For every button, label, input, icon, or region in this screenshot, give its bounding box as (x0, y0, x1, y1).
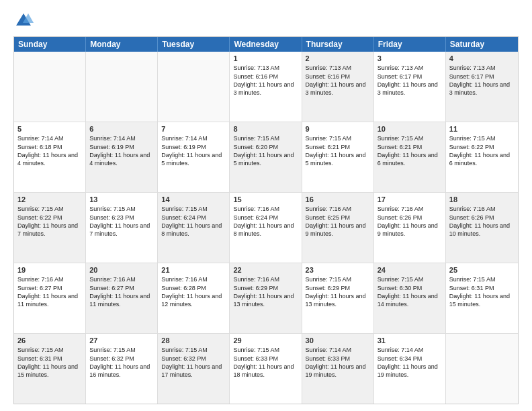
week-row-0: 1Sunrise: 7:13 AM Sunset: 6:16 PM Daylig… (14, 52, 518, 122)
empty-cell-0-1 (86, 52, 158, 122)
day-number: 29 (233, 336, 298, 345)
day-number: 22 (233, 265, 298, 275)
day-cell-3: 3Sunrise: 7:13 AM Sunset: 6:17 PM Daylig… (374, 52, 446, 122)
day-info: Sunrise: 7:15 AM Sunset: 6:32 PM Dayligh… (89, 347, 152, 378)
day-cell-23: 23Sunrise: 7:15 AM Sunset: 6:29 PM Dayli… (302, 263, 374, 333)
day-cell-10: 10Sunrise: 7:15 AM Sunset: 6:21 PM Dayli… (374, 122, 446, 192)
day-cell-12: 12Sunrise: 7:15 AM Sunset: 6:22 PM Dayli… (14, 193, 86, 263)
day-number: 10 (378, 124, 442, 134)
day-number: 12 (17, 195, 82, 204)
day-info: Sunrise: 7:15 AM Sunset: 6:21 PM Dayligh… (306, 135, 368, 167)
day-number: 5 (17, 124, 82, 134)
day-info: Sunrise: 7:15 AM Sunset: 6:23 PM Dayligh… (89, 205, 152, 237)
day-number: 9 (306, 124, 370, 134)
calendar-header: SundayMondayTuesdayWednesdayThursdayFrid… (14, 37, 518, 52)
header-day-tuesday: Tuesday (158, 37, 230, 52)
day-cell-27: 27Sunrise: 7:15 AM Sunset: 6:32 PM Dayli… (86, 334, 158, 404)
header-day-saturday: Saturday (446, 37, 518, 52)
day-info: Sunrise: 7:16 AM Sunset: 6:27 PM Dayligh… (17, 276, 80, 308)
day-number: 24 (378, 265, 442, 275)
day-cell-4: 4Sunrise: 7:13 AM Sunset: 6:17 PM Daylig… (446, 52, 518, 122)
day-number: 7 (161, 124, 226, 134)
day-info: Sunrise: 7:15 AM Sunset: 6:20 PM Dayligh… (233, 135, 296, 167)
day-info: Sunrise: 7:15 AM Sunset: 6:33 PM Dayligh… (233, 347, 296, 378)
calendar-body: 1Sunrise: 7:13 AM Sunset: 6:16 PM Daylig… (14, 52, 518, 404)
week-row-3: 19Sunrise: 7:16 AM Sunset: 6:27 PM Dayli… (14, 263, 518, 333)
day-cell-9: 9Sunrise: 7:15 AM Sunset: 6:21 PM Daylig… (302, 122, 374, 192)
day-cell-19: 19Sunrise: 7:16 AM Sunset: 6:27 PM Dayli… (14, 263, 86, 333)
day-cell-21: 21Sunrise: 7:16 AM Sunset: 6:28 PM Dayli… (158, 263, 230, 333)
week-row-4: 26Sunrise: 7:15 AM Sunset: 6:31 PM Dayli… (14, 333, 518, 404)
day-cell-11: 11Sunrise: 7:15 AM Sunset: 6:22 PM Dayli… (446, 122, 518, 192)
header-day-thursday: Thursday (302, 37, 374, 52)
day-number: 20 (89, 265, 154, 275)
day-info: Sunrise: 7:15 AM Sunset: 6:29 PM Dayligh… (306, 276, 368, 308)
day-cell-14: 14Sunrise: 7:15 AM Sunset: 6:24 PM Dayli… (158, 193, 230, 263)
day-info: Sunrise: 7:14 AM Sunset: 6:19 PM Dayligh… (89, 135, 152, 167)
day-info: Sunrise: 7:15 AM Sunset: 6:24 PM Dayligh… (161, 205, 224, 237)
day-cell-24: 24Sunrise: 7:15 AM Sunset: 6:30 PM Dayli… (374, 263, 446, 333)
day-info: Sunrise: 7:13 AM Sunset: 6:16 PM Dayligh… (306, 64, 368, 96)
day-info: Sunrise: 7:13 AM Sunset: 6:17 PM Dayligh… (378, 64, 440, 96)
day-info: Sunrise: 7:15 AM Sunset: 6:21 PM Dayligh… (378, 135, 440, 167)
day-info: Sunrise: 7:15 AM Sunset: 6:31 PM Dayligh… (449, 276, 512, 308)
day-info: Sunrise: 7:15 AM Sunset: 6:31 PM Dayligh… (17, 347, 80, 378)
day-number: 6 (89, 124, 154, 134)
day-cell-5: 5Sunrise: 7:14 AM Sunset: 6:18 PM Daylig… (14, 122, 86, 192)
day-number: 2 (306, 54, 370, 63)
day-info: Sunrise: 7:16 AM Sunset: 6:24 PM Dayligh… (233, 205, 296, 237)
header-day-sunday: Sunday (14, 37, 86, 52)
day-info: Sunrise: 7:15 AM Sunset: 6:32 PM Dayligh… (161, 347, 224, 378)
day-number: 25 (449, 265, 515, 275)
day-number: 16 (306, 195, 370, 204)
day-number: 15 (233, 195, 298, 204)
header-day-wednesday: Wednesday (230, 37, 302, 52)
day-cell-6: 6Sunrise: 7:14 AM Sunset: 6:19 PM Daylig… (86, 122, 158, 192)
day-number: 3 (378, 54, 442, 63)
header (13, 11, 519, 31)
day-cell-26: 26Sunrise: 7:15 AM Sunset: 6:31 PM Dayli… (14, 334, 86, 404)
day-cell-29: 29Sunrise: 7:15 AM Sunset: 6:33 PM Dayli… (230, 334, 302, 404)
day-number: 21 (161, 265, 226, 275)
day-number: 18 (449, 195, 515, 204)
header-day-friday: Friday (374, 37, 446, 52)
day-number: 4 (449, 54, 515, 63)
header-day-monday: Monday (86, 37, 158, 52)
day-info: Sunrise: 7:14 AM Sunset: 6:18 PM Dayligh… (17, 135, 80, 167)
day-cell-7: 7Sunrise: 7:14 AM Sunset: 6:19 PM Daylig… (158, 122, 230, 192)
logo-icon (13, 11, 34, 31)
day-cell-13: 13Sunrise: 7:15 AM Sunset: 6:23 PM Dayli… (86, 193, 158, 263)
day-cell-15: 15Sunrise: 7:16 AM Sunset: 6:24 PM Dayli… (230, 193, 302, 263)
day-info: Sunrise: 7:13 AM Sunset: 6:16 PM Dayligh… (233, 64, 296, 96)
page: SundayMondayTuesdayWednesdayThursdayFrid… (0, 0, 532, 411)
day-cell-28: 28Sunrise: 7:15 AM Sunset: 6:32 PM Dayli… (158, 334, 230, 404)
day-info: Sunrise: 7:14 AM Sunset: 6:34 PM Dayligh… (378, 347, 440, 378)
day-number: 13 (89, 195, 154, 204)
week-row-2: 12Sunrise: 7:15 AM Sunset: 6:22 PM Dayli… (14, 192, 518, 263)
day-info: Sunrise: 7:16 AM Sunset: 6:26 PM Dayligh… (449, 205, 512, 237)
day-info: Sunrise: 7:13 AM Sunset: 6:17 PM Dayligh… (449, 64, 512, 96)
empty-cell-0-0 (14, 52, 86, 122)
day-number: 26 (17, 336, 82, 345)
day-cell-1: 1Sunrise: 7:13 AM Sunset: 6:16 PM Daylig… (230, 52, 302, 122)
day-cell-17: 17Sunrise: 7:16 AM Sunset: 6:26 PM Dayli… (374, 193, 446, 263)
logo (13, 11, 36, 31)
day-cell-30: 30Sunrise: 7:14 AM Sunset: 6:33 PM Dayli… (302, 334, 374, 404)
day-number: 17 (378, 195, 442, 204)
day-info: Sunrise: 7:15 AM Sunset: 6:30 PM Dayligh… (378, 276, 440, 308)
day-info: Sunrise: 7:15 AM Sunset: 6:22 PM Dayligh… (17, 205, 80, 237)
calendar: SundayMondayTuesdayWednesdayThursdayFrid… (13, 36, 519, 404)
day-number: 30 (306, 336, 370, 345)
day-number: 19 (17, 265, 82, 275)
day-cell-25: 25Sunrise: 7:15 AM Sunset: 6:31 PM Dayli… (446, 263, 518, 333)
day-info: Sunrise: 7:16 AM Sunset: 6:28 PM Dayligh… (161, 276, 224, 308)
day-cell-16: 16Sunrise: 7:16 AM Sunset: 6:25 PM Dayli… (302, 193, 374, 263)
day-number: 27 (89, 336, 154, 345)
day-number: 28 (161, 336, 226, 345)
day-cell-2: 2Sunrise: 7:13 AM Sunset: 6:16 PM Daylig… (302, 52, 374, 122)
day-cell-31: 31Sunrise: 7:14 AM Sunset: 6:34 PM Dayli… (374, 334, 446, 404)
day-number: 23 (306, 265, 370, 275)
day-number: 31 (378, 336, 442, 345)
day-number: 14 (161, 195, 226, 204)
day-info: Sunrise: 7:15 AM Sunset: 6:22 PM Dayligh… (449, 135, 512, 167)
